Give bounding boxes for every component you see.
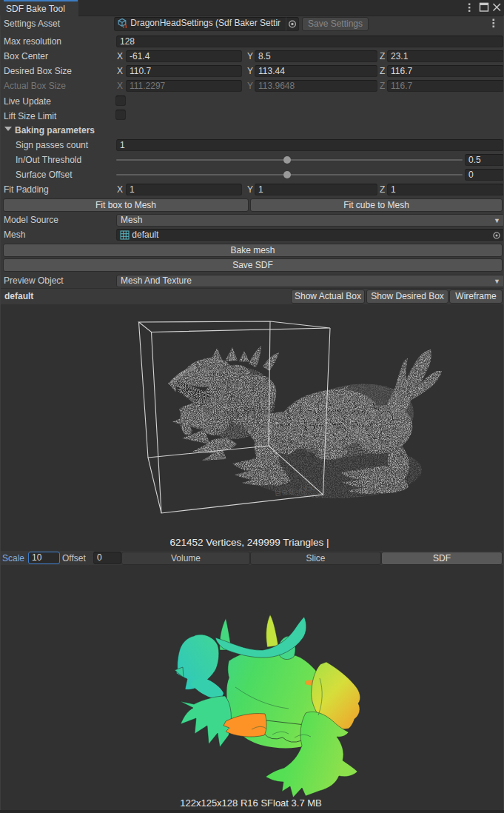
svg-text:{}: {} xyxy=(123,23,127,28)
